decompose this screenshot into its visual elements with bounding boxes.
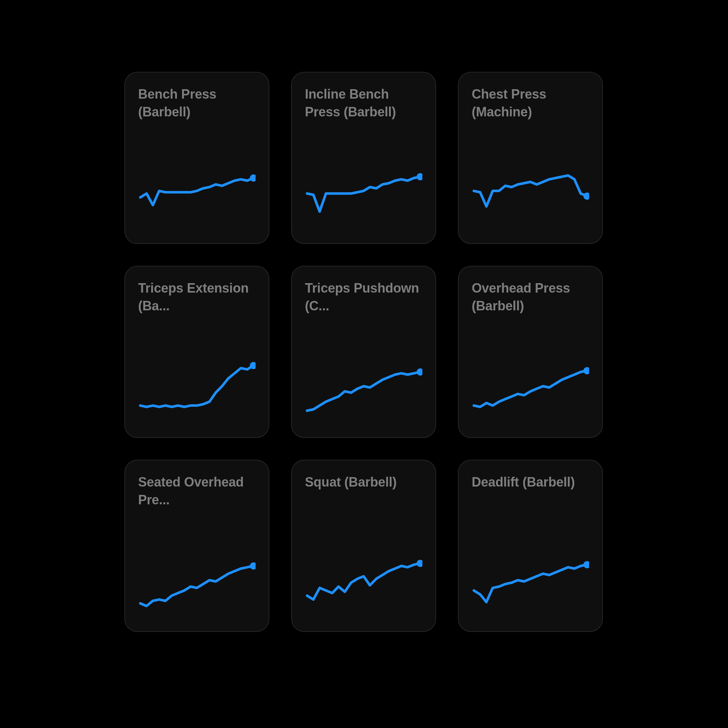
- exercise-card[interactable]: Bench Press (Barbell): [124, 72, 269, 244]
- svg-point-5: [583, 367, 589, 375]
- exercise-card[interactable]: Squat (Barbell): [291, 460, 436, 632]
- exercise-card[interactable]: Triceps Pushdown (C...: [291, 266, 436, 438]
- exercise-title: Triceps Pushdown (C...: [305, 280, 422, 315]
- svg-point-1: [417, 173, 422, 180]
- svg-point-7: [417, 560, 422, 567]
- exercise-card[interactable]: Incline Bench Press (Barbell): [291, 72, 436, 244]
- exercise-title: Seated Overhead Pre...: [138, 474, 255, 509]
- exercise-title: Triceps Extension (Ba...: [138, 280, 255, 315]
- exercise-card[interactable]: Seated Overhead Pre...: [124, 460, 269, 632]
- sparkline-chart: [305, 552, 422, 621]
- sparkline-chart: [138, 164, 255, 233]
- exercise-card[interactable]: Chest Press (Machine): [458, 72, 603, 244]
- sparkline-chart: [138, 358, 255, 427]
- exercise-grid: Bench Press (Barbell) Incline Bench Pres…: [124, 72, 604, 632]
- svg-point-6: [250, 562, 255, 570]
- svg-point-4: [417, 369, 422, 376]
- exercise-title: Overhead Press (Barbell): [472, 280, 589, 315]
- exercise-title: Chest Press (Machine): [472, 86, 589, 121]
- exercise-card[interactable]: Deadlift (Barbell): [458, 460, 603, 632]
- exercise-title: Bench Press (Barbell): [138, 86, 255, 121]
- sparkline-chart: [472, 164, 589, 233]
- sparkline-chart: [305, 164, 422, 233]
- sparkline-chart: [138, 552, 255, 621]
- svg-point-2: [583, 193, 589, 200]
- svg-point-8: [583, 561, 589, 569]
- exercise-title: Deadlift (Barbell): [472, 474, 589, 491]
- exercise-card[interactable]: Overhead Press (Barbell): [458, 266, 603, 438]
- exercise-title: Incline Bench Press (Barbell): [305, 86, 422, 121]
- exercise-card[interactable]: Triceps Extension (Ba...: [124, 266, 269, 438]
- sparkline-chart: [472, 552, 589, 621]
- exercise-title: Squat (Barbell): [305, 474, 422, 491]
- svg-point-0: [250, 174, 255, 182]
- sparkline-chart: [305, 358, 422, 427]
- sparkline-chart: [472, 358, 589, 427]
